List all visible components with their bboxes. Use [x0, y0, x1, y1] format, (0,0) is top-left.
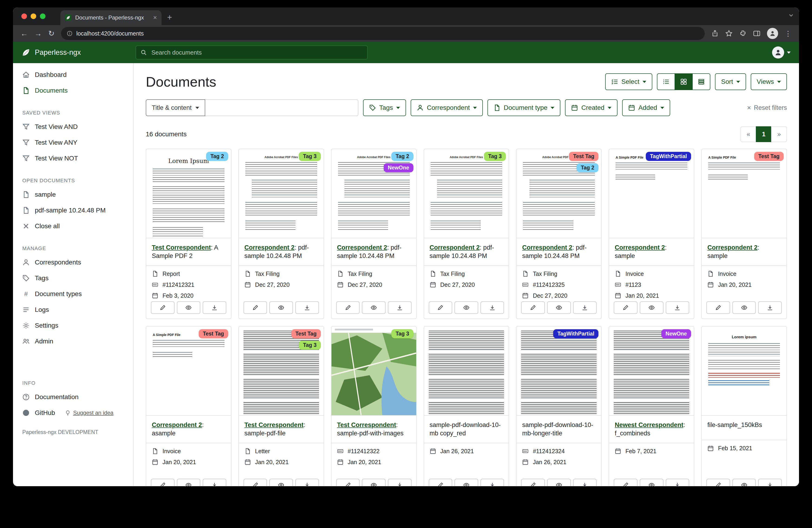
correspondent-link[interactable]: Correspondent 2: [522, 244, 572, 251]
edit-button[interactable]: [521, 479, 545, 486]
download-button[interactable]: [666, 479, 690, 486]
view-button[interactable]: [177, 479, 201, 486]
global-search[interactable]: [135, 45, 368, 59]
tag-badge[interactable]: Test Tag: [199, 329, 228, 338]
document-type-filter-button[interactable]: Document type: [488, 99, 560, 116]
zoom-window-button[interactable]: [40, 13, 45, 19]
edit-button[interactable]: [244, 301, 267, 314]
edit-button[interactable]: [521, 301, 545, 314]
document-thumbnail[interactable]: Lorem ipsum: [702, 327, 786, 416]
view-list-button[interactable]: [657, 73, 675, 90]
correspondent-link[interactable]: Correspondent 2: [615, 244, 665, 251]
document-thumbnail[interactable]: Adobe Acrobat PDF Files Tag 3: [424, 149, 509, 238]
document-title[interactable]: Correspondent 2: sample: [702, 238, 786, 266]
document-title[interactable]: Correspondent 2: sample: [609, 238, 694, 266]
document-title[interactable]: Test Correspondent: sample-pdf-file: [239, 416, 323, 443]
document-thumbnail[interactable]: A Simple PDF File Test Tag: [702, 149, 786, 238]
browser-menu-icon[interactable]: ⋮: [785, 29, 792, 38]
correspondent-link[interactable]: Correspondent 2: [707, 244, 757, 251]
sidebar-item-settings[interactable]: Settings: [13, 318, 133, 333]
correspondent-filter-button[interactable]: Correspondent: [411, 99, 483, 116]
document-title[interactable]: Correspondent 2: pdf-sample 10.24.48 PM: [332, 238, 416, 266]
new-tab-button[interactable]: +: [167, 13, 172, 22]
tag-badge[interactable]: Tag 3: [299, 341, 321, 350]
bookmark-star-icon[interactable]: [725, 30, 733, 37]
minimize-window-button[interactable]: [31, 13, 36, 19]
document-thumbnail[interactable]: [424, 327, 509, 416]
download-button[interactable]: [480, 479, 504, 486]
view-button[interactable]: [362, 301, 386, 314]
view-button[interactable]: [362, 479, 386, 486]
next-page-button[interactable]: »: [771, 126, 787, 142]
edit-button[interactable]: [706, 479, 730, 486]
views-button[interactable]: Views: [751, 73, 787, 90]
document-title[interactable]: Newest Correspondent: f_combineds: [609, 416, 694, 443]
suggest-idea-link[interactable]: Suggest an idea: [65, 410, 113, 416]
document-thumbnail[interactable]: Adobe Acrobat PDF Files Tag 3: [239, 149, 323, 238]
document-title[interactable]: file-sample_150kBs: [702, 416, 786, 440]
view-button[interactable]: [269, 479, 293, 486]
browser-tab[interactable]: Documents - Paperless-ngx ×: [60, 10, 162, 25]
document-thumbnail[interactable]: Test Tag Tag 3: [239, 327, 323, 416]
document-thumbnail[interactable]: A Simple PDF File TagWithPartial: [609, 149, 694, 238]
correspondent-link[interactable]: Test Correspondent: [337, 422, 396, 428]
view-button[interactable]: [547, 301, 571, 314]
sidebar-item-tags[interactable]: Tags: [13, 270, 133, 286]
document-thumbnail[interactable]: Tag 3: [332, 327, 416, 416]
document-title[interactable]: Correspondent 2: pdf-sample 10.24.48 PM: [239, 238, 323, 266]
sidebar-item-document-types[interactable]: # Document types: [13, 286, 133, 302]
sidebar-item-documents[interactable]: Documents: [13, 83, 133, 98]
correspondent-link[interactable]: Correspondent 2: [430, 244, 480, 251]
edit-button[interactable]: [336, 479, 360, 486]
tag-badge[interactable]: Test Tag: [291, 329, 321, 338]
select-button[interactable]: Select: [605, 73, 653, 90]
edit-button[interactable]: [151, 479, 175, 486]
edit-button[interactable]: [706, 301, 730, 314]
document-title[interactable]: Correspondent 2: pdf-sample 10.24.48 PM: [517, 238, 601, 266]
forward-button[interactable]: →: [34, 30, 42, 37]
document-title[interactable]: Test Correspondent: A Sample PDF 2: [146, 238, 231, 266]
edit-button[interactable]: [614, 301, 637, 314]
download-button[interactable]: [573, 479, 597, 486]
document-title[interactable]: Test Correspondent: sample-pdf-with-imag…: [332, 416, 416, 443]
document-thumbnail[interactable]: NewOne: [609, 327, 694, 416]
side-panel-icon[interactable]: [753, 30, 760, 37]
page-info-icon[interactable]: [67, 30, 73, 37]
download-button[interactable]: [388, 301, 411, 314]
tag-badge[interactable]: Tag 3: [299, 152, 321, 161]
edit-button[interactable]: [151, 301, 175, 314]
document-thumbnail[interactable]: Adobe Acrobat PDF Files Tag 2: [332, 149, 416, 238]
edit-button[interactable]: [244, 479, 267, 486]
download-button[interactable]: [666, 301, 690, 314]
view-button[interactable]: [640, 301, 664, 314]
tag-badge[interactable]: Tag 2: [577, 163, 598, 172]
view-button[interactable]: [733, 301, 756, 314]
extensions-puzzle-icon[interactable]: [739, 30, 746, 37]
download-button[interactable]: [295, 479, 319, 486]
view-button[interactable]: [269, 301, 293, 314]
tag-badge[interactable]: TagWithPartial: [646, 152, 691, 161]
tag-badge[interactable]: Tag 3: [391, 329, 413, 338]
tag-badge[interactable]: NewOne: [661, 329, 691, 338]
sort-button[interactable]: Sort: [715, 73, 746, 90]
correspondent-link[interactable]: Test Correspondent: [152, 244, 211, 251]
edit-button[interactable]: [429, 479, 452, 486]
current-page-button[interactable]: 1: [756, 126, 772, 142]
reset-filters-button[interactable]: × Reset filters: [747, 104, 787, 112]
download-button[interactable]: [758, 301, 782, 314]
view-button[interactable]: [733, 479, 756, 486]
browser-profile-icon[interactable]: [767, 28, 778, 39]
tag-badge[interactable]: NewOne: [384, 163, 414, 172]
sidebar-item-dashboard[interactable]: Dashboard: [13, 67, 133, 83]
sidebar-item-test-view-any[interactable]: Test View ANY: [13, 135, 133, 151]
tag-badge[interactable]: Test Tag: [569, 152, 598, 161]
view-grid-button[interactable]: [675, 73, 693, 90]
correspondent-link[interactable]: Correspondent 2: [244, 244, 294, 251]
edit-button[interactable]: [614, 479, 637, 486]
view-details-button[interactable]: [692, 73, 710, 90]
download-button[interactable]: [295, 301, 319, 314]
tag-badge[interactable]: TagWithPartial: [553, 329, 598, 338]
reload-button[interactable]: ↻: [48, 30, 55, 37]
tag-badge[interactable]: Test Tag: [754, 152, 784, 161]
sidebar-item-test-view-and[interactable]: Test View AND: [13, 119, 133, 135]
